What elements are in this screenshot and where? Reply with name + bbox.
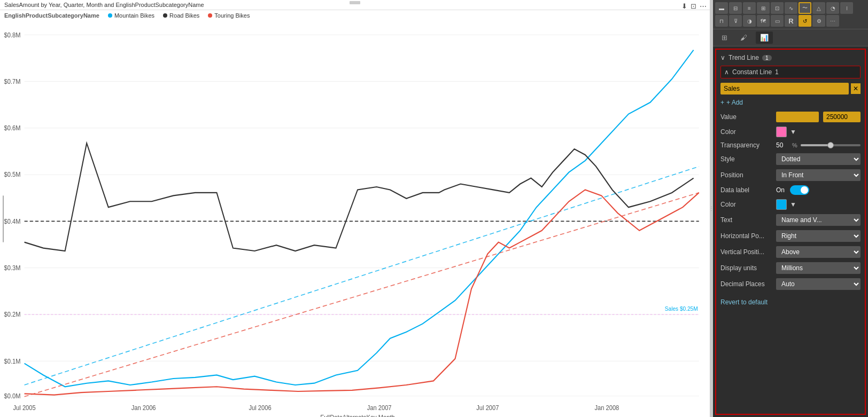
svg-text:Jan 2006: Jan 2006 — [131, 405, 156, 411]
legend-item-touring: Touring Bikes — [208, 12, 250, 19]
drag-handle[interactable] — [350, 1, 360, 4]
viz-toolbar: ▬ ⊟ ≡ ⊞ ⊡ ∿ 〜 △ ◔ ⁞ ⊓ ⊽ ◑ 🗺 ▭ R ↺ ⚙ ⋯ — [713, 0, 868, 29]
display-units-select[interactable]: Millions Auto Thousands Billions — [776, 262, 861, 274]
viz-icon-more2[interactable]: ⋯ — [826, 15, 839, 27]
color2-label: Color — [720, 201, 774, 208]
constant-line-chevron: ∧ — [724, 68, 729, 76]
legend-label-road: Road Bikes — [169, 12, 199, 19]
trend-line-chevron: ∨ — [720, 54, 725, 61]
viz-icon-funnel[interactable]: ⊽ — [729, 15, 742, 27]
transparency-pct: % — [792, 142, 797, 148]
decimal-places-select[interactable]: Auto 0 1 2 — [776, 278, 861, 290]
add-icon: + — [720, 99, 724, 106]
viz-icon-map[interactable]: 🗺 — [757, 15, 770, 27]
horiz-pos-label: Horizontal Po... — [720, 232, 774, 240]
svg-text:FullDateAlternateKey Month: FullDateAlternateKey Month — [320, 414, 394, 417]
color-swatch-cyan[interactable] — [776, 199, 787, 210]
color-prop-row: Color ▼ — [720, 127, 861, 137]
viz-icon-refresh[interactable]: ↺ — [799, 15, 811, 27]
viz-icon-100pct-bar[interactable]: ≡ — [743, 2, 756, 14]
svg-text:Jul 2005: Jul 2005 — [13, 405, 36, 411]
color-dropdown-arrow[interactable]: ▼ — [790, 128, 796, 136]
trend-line-label: Trend Line — [728, 54, 759, 61]
viz-icon-area[interactable]: △ — [812, 2, 825, 14]
legend-dot-touring — [208, 13, 212, 18]
decimal-places-prop-row: Decimal Places Auto 0 1 2 — [720, 278, 861, 290]
svg-text:$0.3M: $0.3M — [4, 265, 21, 271]
viz-icon-line[interactable]: ∿ — [785, 2, 797, 14]
constant-line-badge: 1 — [775, 68, 779, 76]
svg-text:$0.8M: $0.8M — [4, 32, 21, 38]
viz-icon-scatter[interactable]: ⁞ — [840, 2, 853, 14]
horiz-pos-select[interactable]: Right Left Center — [776, 230, 861, 242]
add-button[interactable]: + + Add — [720, 99, 861, 106]
field-close-button[interactable]: ✕ — [851, 83, 861, 94]
svg-text:$0.6M: $0.6M — [4, 125, 21, 131]
trend-line-badge: 1 — [762, 55, 772, 61]
display-units-label: Display units — [720, 264, 774, 272]
tab-analytics[interactable]: 📊 — [756, 32, 773, 44]
svg-text:$0.1M: $0.1M — [4, 358, 21, 364]
svg-text:Jul 2007: Jul 2007 — [476, 405, 499, 411]
display-units-prop-row: Display units Millions Auto Thousands Bi… — [720, 262, 861, 274]
chart-top-icons: ⬇ ⊡ ⋯ — [681, 2, 707, 10]
viz-icon-waterfall[interactable]: ⊓ — [715, 15, 728, 27]
viz-icon-r[interactable]: R — [785, 15, 797, 27]
viz-icon-card[interactable]: ▭ — [771, 15, 784, 27]
fields-icon: ⊞ — [722, 34, 727, 42]
legend-dot-mountain — [108, 13, 112, 18]
svg-text:$0.0M: $0.0M — [4, 393, 21, 399]
color2-dropdown-arrow[interactable]: ▼ — [790, 201, 796, 208]
tab-format[interactable]: 🖌 — [736, 32, 751, 44]
expand-icon[interactable]: ⊡ — [691, 2, 696, 10]
format-icon: 🖌 — [740, 34, 747, 42]
text-label: Text — [720, 216, 774, 224]
legend-dot-road — [163, 13, 167, 18]
svg-text:Jan 2008: Jan 2008 — [594, 405, 619, 411]
text-select[interactable]: Name and V... Name Value — [776, 214, 861, 226]
viz-icon-table[interactable]: ⊞ — [757, 2, 770, 14]
constant-line-section-header[interactable]: ∧ Constant Line 1 — [720, 66, 861, 78]
tab-fields[interactable]: ⊞ — [717, 32, 732, 44]
transparency-prop-row: Transparency 50 % — [720, 141, 861, 149]
vert-pos-prop-row: Vertical Positi... Above Below — [720, 246, 861, 258]
chart-legend: EnglishProductSubcategoryName Mountain B… — [0, 10, 710, 21]
viz-icon-custom[interactable]: ⚙ — [812, 15, 825, 27]
style-prop-row: Style Dotted Dashed Solid — [720, 153, 861, 165]
analytics-icon: 📊 — [760, 34, 769, 42]
vert-pos-select[interactable]: Above Below — [776, 246, 861, 258]
field-input[interactable] — [720, 83, 849, 95]
trend-line-section-header[interactable]: ∨ Trend Line 1 — [720, 54, 861, 61]
svg-line-21 — [25, 167, 699, 385]
transparency-label: Transparency — [720, 141, 774, 149]
position-label: Position — [720, 171, 774, 179]
value-input[interactable] — [823, 112, 861, 122]
viz-icon-matrix[interactable]: ⊡ — [771, 2, 784, 14]
chart-area: SalesAmount by Year, Quarter, Month and … — [0, 0, 710, 417]
legend-item-mountain: Mountain Bikes — [108, 12, 154, 19]
transparency-thumb[interactable] — [827, 142, 834, 148]
chart-body: $0.8M $0.7M $0.6M $0.5M $0.4M $0.3M $0.2… — [0, 21, 710, 417]
position-select[interactable]: In Front Behind — [776, 169, 861, 181]
viz-icon-gauge[interactable]: ◑ — [743, 15, 756, 27]
viz-icon-linechart-selected[interactable]: 〜 — [799, 2, 811, 14]
viz-icon-pie[interactable]: ◔ — [826, 2, 839, 14]
data-label-prop-row: Data label On — [720, 185, 861, 195]
transparency-slider[interactable] — [801, 144, 861, 146]
revert-button[interactable]: Revert to default — [720, 296, 768, 308]
download-icon[interactable]: ⬇ — [681, 2, 687, 10]
color-swatch-pink[interactable] — [776, 127, 787, 137]
panel-tabs: ⊞ 🖌 📊 — [713, 29, 868, 46]
svg-text:Jul 2006: Jul 2006 — [249, 405, 272, 411]
data-label-label: Data label — [720, 186, 774, 194]
data-label-toggle[interactable] — [790, 185, 809, 195]
more-icon[interactable]: ⋯ — [700, 2, 707, 10]
add-label: + Add — [726, 99, 743, 106]
viz-icon-bar[interactable]: ▬ — [715, 2, 728, 14]
vert-pos-label: Vertical Positi... — [720, 248, 774, 256]
viz-icon-stacked-bar[interactable]: ⊟ — [729, 2, 742, 14]
right-panel: ▬ ⊟ ≡ ⊞ ⊡ ∿ 〜 △ ◔ ⁞ ⊓ ⊽ ◑ 🗺 ▭ R ↺ ⚙ ⋯ ⊞ … — [713, 0, 868, 417]
svg-text:Jan 2007: Jan 2007 — [367, 405, 392, 411]
style-select[interactable]: Dotted Dashed Solid — [776, 153, 861, 165]
constant-line-label: Constant Line — [732, 68, 772, 76]
